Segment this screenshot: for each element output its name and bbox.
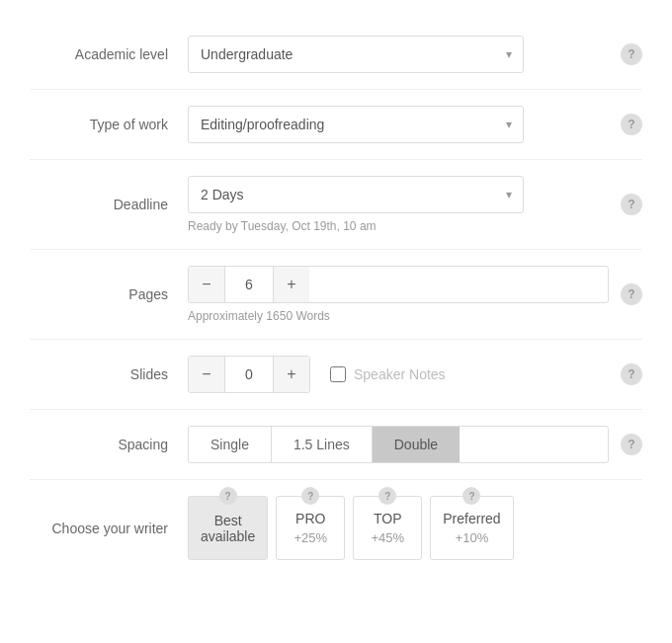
writer-pro[interactable]: ? PRO +25% — [276, 496, 345, 560]
pages-sub-text: Approximately 1650 Words — [188, 309, 609, 323]
academic-level-field: Undergraduate High School Master PhD ▾ — [188, 36, 609, 73]
speaker-notes-checkbox[interactable] — [330, 366, 346, 382]
writer-pro-sub: +25% — [294, 530, 327, 545]
slides-stepper: − 0 + — [188, 356, 310, 393]
writer-best-title: Bestavailable — [201, 513, 255, 544]
spacing-toggle: Single 1.5 Lines Double — [188, 426, 609, 463]
spacing-help-icon[interactable]: ? — [621, 434, 642, 455]
writer-pro-help-icon[interactable]: ? — [301, 487, 319, 505]
academic-level-row: Academic level Undergraduate High School… — [30, 20, 642, 90]
academic-level-select-wrapper: Undergraduate High School Master PhD ▾ — [188, 36, 524, 73]
type-of-work-field: Editing/proofreading Essay Research Pape… — [188, 106, 609, 143]
pages-field: − 6 + Approximately 1650 Words — [188, 266, 609, 323]
type-of-work-label: Type of work — [30, 117, 188, 132]
deadline-field: 2 Days 1 Day 3 Days 5 Days 7 Days ▾ Read… — [188, 176, 609, 233]
writer-top-title: TOP — [374, 511, 402, 526]
pages-row: Pages − 6 + Approximately 1650 Words ? — [30, 250, 642, 340]
writer-top[interactable]: ? TOP +45% — [353, 496, 422, 560]
spacing-field: Single 1.5 Lines Double — [188, 426, 609, 463]
speaker-notes-area: Speaker Notes — [330, 366, 446, 382]
academic-level-label: Academic level — [30, 46, 188, 62]
choose-writer-row: Choose your writer ? Bestavailable ? PRO… — [30, 480, 642, 576]
deadline-row: Deadline 2 Days 1 Day 3 Days 5 Days 7 Da… — [30, 160, 642, 250]
writer-best-available[interactable]: ? Bestavailable — [188, 496, 268, 560]
choose-writer-label: Choose your writer — [30, 521, 188, 536]
writer-preferred-sub: +10% — [456, 530, 489, 545]
slides-help-icon[interactable]: ? — [621, 363, 642, 385]
type-of-work-help-icon[interactable]: ? — [621, 114, 642, 135]
writer-top-sub: +45% — [371, 530, 404, 545]
choose-writer-field: ? Bestavailable ? PRO +25% ? TOP +45% ? … — [188, 496, 642, 560]
pages-help-icon[interactable]: ? — [621, 283, 642, 305]
writer-pro-title: PRO — [295, 511, 325, 526]
slides-decrement-button[interactable]: − — [189, 357, 224, 392]
deadline-help-icon[interactable]: ? — [621, 194, 642, 215]
slides-label: Slides — [30, 366, 188, 382]
deadline-select[interactable]: 2 Days 1 Day 3 Days 5 Days 7 Days — [188, 176, 524, 213]
deadline-label: Deadline — [30, 197, 188, 212]
writer-preferred[interactable]: ? Preferred +10% — [430, 496, 513, 560]
slides-increment-button[interactable]: + — [274, 357, 309, 392]
spacing-label: Spacing — [30, 437, 188, 452]
speaker-notes-label: Speaker Notes — [354, 366, 446, 382]
writer-preferred-help-icon[interactable]: ? — [462, 487, 480, 505]
writer-options: ? Bestavailable ? PRO +25% ? TOP +45% ? … — [188, 496, 514, 560]
deadline-sub-text: Ready by Tuesday, Oct 19th, 10 am — [188, 219, 609, 233]
pages-decrement-button[interactable]: − — [189, 267, 224, 302]
spacing-single-button[interactable]: Single — [189, 427, 272, 462]
writer-best-help-icon[interactable]: ? — [219, 487, 237, 505]
type-of-work-select-wrapper: Editing/proofreading Essay Research Pape… — [188, 106, 524, 143]
spacing-double-button[interactable]: Double — [373, 427, 460, 462]
pages-stepper: − 6 + — [188, 266, 609, 303]
form-container: Academic level Undergraduate High School… — [0, 0, 672, 596]
spacing-1-5-button[interactable]: 1.5 Lines — [272, 427, 373, 462]
deadline-select-wrapper: 2 Days 1 Day 3 Days 5 Days 7 Days ▾ — [188, 176, 524, 213]
pages-value: 6 — [224, 267, 274, 302]
slides-row: Slides − 0 + Speaker Notes ? — [30, 340, 642, 410]
pages-label: Pages — [30, 286, 188, 302]
academic-level-select[interactable]: Undergraduate High School Master PhD — [188, 36, 524, 73]
academic-level-help-icon[interactable]: ? — [621, 43, 642, 65]
writer-top-help-icon[interactable]: ? — [378, 487, 396, 505]
writer-preferred-title: Preferred — [443, 511, 500, 526]
type-of-work-row: Type of work Editing/proofreading Essay … — [30, 90, 642, 160]
type-of-work-select[interactable]: Editing/proofreading Essay Research Pape… — [188, 106, 524, 143]
slides-value: 0 — [224, 357, 274, 392]
spacing-row: Spacing Single 1.5 Lines Double ? — [30, 410, 642, 480]
slides-field: − 0 + Speaker Notes — [188, 356, 609, 393]
pages-increment-button[interactable]: + — [274, 267, 309, 302]
